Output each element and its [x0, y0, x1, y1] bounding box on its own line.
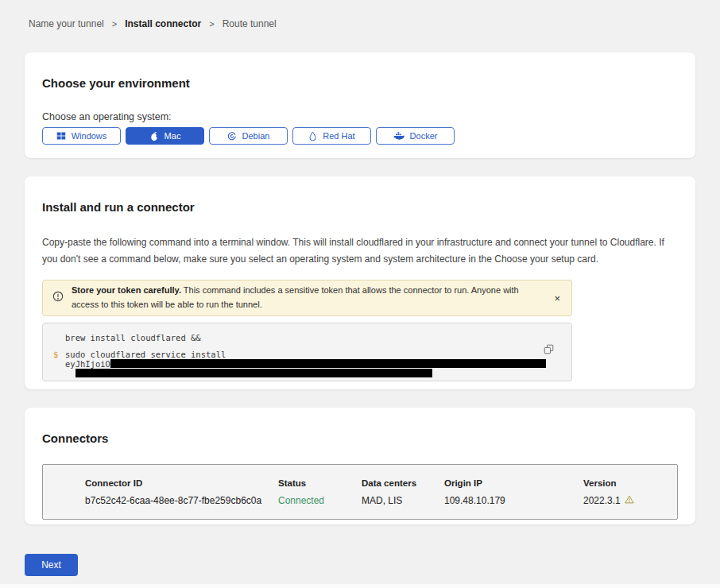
status-badge: Connected	[278, 495, 362, 506]
col-header-connector-id: Connector ID	[85, 478, 278, 488]
os-select-label: Choose an operating system:	[42, 111, 678, 122]
col-header-origin-ip: Origin IP	[444, 478, 583, 488]
os-button-debian[interactable]: Debian	[209, 127, 288, 145]
os-button-mac[interactable]: Mac	[126, 127, 204, 145]
col-header-version: Version	[583, 478, 677, 488]
data-centers-value: MAD, LIS	[362, 495, 444, 506]
docker-whale-icon	[393, 131, 405, 141]
origin-ip-value: 109.48.10.179	[444, 495, 583, 506]
install-command-codeblock: brew install cloudflared && $ sudo cloud…	[42, 323, 572, 381]
breadcrumb: Name your tunnel > Install connector > R…	[0, 0, 720, 29]
connectors-table: Connector ID Status Data centers Origin …	[42, 464, 678, 520]
version-value: 2022.3.1	[583, 495, 621, 506]
breadcrumb-separator: >	[112, 19, 117, 29]
warning-triangle-icon	[625, 495, 634, 506]
os-button-docker[interactable]: Docker	[376, 127, 455, 145]
bottom-strip	[0, 584, 720, 588]
connectors-card: Connectors Connector ID Status Data cent…	[25, 408, 695, 524]
breadcrumb-install-connector[interactable]: Install connector	[125, 18, 201, 29]
install-description: Copy-paste the following command into a …	[42, 234, 674, 268]
breadcrumb-separator: >	[209, 19, 214, 29]
apple-icon	[149, 131, 159, 141]
os-button-windows[interactable]: Windows	[42, 127, 121, 145]
windows-icon	[56, 131, 66, 141]
debian-swirl-icon	[227, 131, 237, 141]
warning-bold: Store your token carefully.	[72, 285, 181, 295]
code-line-sudo: sudo cloudflared service install	[65, 350, 226, 359]
code-line-brew: brew install cloudflared &&	[65, 333, 560, 342]
tunnel-setup-page: Name your tunnel > Install connector > R…	[0, 0, 720, 588]
token-prefix: eyJhIjoiO	[65, 359, 110, 369]
alert-circle-icon	[52, 291, 64, 305]
environment-card-title: Choose your environment	[42, 76, 678, 90]
shell-prompt: $	[53, 350, 65, 359]
os-button-label: Windows	[72, 131, 107, 141]
os-button-label: Docker	[410, 131, 438, 141]
col-header-data-centers: Data centers	[362, 478, 444, 488]
connector-id-value: b7c52c42-6caa-48ee-8c77-fbe259cb6c0a	[85, 495, 278, 506]
os-button-label: Red Hat	[323, 131, 354, 141]
install-connector-card: Install and run a connector Copy-paste t…	[25, 176, 695, 389]
os-button-group: Windows Mac	[42, 127, 678, 145]
choose-environment-card: Choose your environment Choose an operat…	[25, 52, 695, 158]
copy-icon[interactable]	[544, 344, 554, 357]
os-button-redhat[interactable]: Red Hat	[292, 127, 371, 145]
os-button-label: Mac	[165, 131, 181, 141]
next-button[interactable]: Next	[25, 554, 78, 576]
connectors-card-title: Connectors	[42, 431, 678, 445]
token-warning-banner: Store your token carefully. This command…	[42, 280, 572, 316]
token-redaction-bar	[75, 369, 432, 377]
warning-message: Store your token carefully. This command…	[72, 284, 544, 311]
close-icon[interactable]: ×	[552, 293, 562, 304]
col-header-status: Status	[278, 478, 362, 488]
breadcrumb-name-your-tunnel[interactable]: Name your tunnel	[29, 18, 104, 29]
token-redaction-bar	[110, 359, 546, 368]
redhat-icon	[308, 131, 317, 141]
install-card-title: Install and run a connector	[42, 200, 678, 214]
os-button-label: Debian	[242, 131, 270, 141]
breadcrumb-route-tunnel[interactable]: Route tunnel	[223, 18, 277, 29]
